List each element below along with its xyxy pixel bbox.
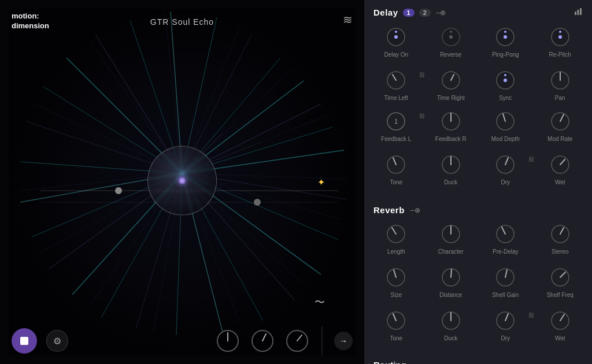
delay-badge-1[interactable]: 1 <box>403 9 415 17</box>
link-drywet-icon: ⛓ <box>528 156 534 162</box>
ping-pong-knob[interactable] <box>494 26 516 48</box>
sync-cell: Sync <box>478 66 533 105</box>
delay-badge-2[interactable]: 2 <box>419 9 431 17</box>
delay-on-knob[interactable] <box>385 26 407 48</box>
svg-point-61 <box>504 35 507 39</box>
delay-wet-cell: ⛓ Wet <box>533 150 588 189</box>
size-knob[interactable] <box>385 266 407 288</box>
time-left-knob[interactable] <box>385 69 407 91</box>
delay-tone-knob[interactable] <box>385 154 407 176</box>
pre-delay-cell: Pre-Delay <box>478 220 533 258</box>
feedback-l-cell: 1 Feedback L <box>369 107 424 146</box>
reverb-section-header: Reverb –⊕ <box>364 198 592 220</box>
reverse-cell: Reverse <box>424 23 479 61</box>
mini-knob-3[interactable] <box>284 328 310 354</box>
character-cell: Character <box>424 220 479 258</box>
svg-rect-52 <box>578 10 579 15</box>
bottom-controls: ⚙ → <box>0 318 364 364</box>
reverb-link-icon[interactable]: –⊕ <box>410 206 420 214</box>
routing-section: Routing A → B → C ▾ ← Reverb → Delay 1 →… <box>364 354 592 364</box>
time-right-cell: ⛓ Time Right <box>424 66 479 105</box>
shelf-gain-cell: Shell Gain <box>478 263 533 302</box>
left-panel: motion: dimension GTR Soul Echo ≋ ✦ 〜 ⚙ <box>0 0 364 364</box>
shelf-freq-knob[interactable] <box>549 266 571 288</box>
feedback-r-cell: ⛓ Feedback R <box>424 107 479 146</box>
settings-button[interactable]: ⚙ <box>46 330 68 352</box>
svg-point-69 <box>504 79 507 82</box>
svg-point-56 <box>395 31 397 33</box>
delay-link-icon[interactable]: –⊕ <box>436 9 446 17</box>
delay-dry-knob[interactable] <box>494 154 516 176</box>
routing-title: Routing <box>373 360 583 364</box>
svg-text:1: 1 <box>394 118 398 125</box>
mini-knob-2[interactable] <box>250 328 275 354</box>
delay-on-label: Delay On <box>384 51 408 58</box>
preset-name[interactable]: GTR Soul Echo <box>150 17 214 27</box>
delay-row3: 1 Feedback L ⛓ Feedback R Mod Depth M <box>364 107 592 150</box>
reverb-tone-knob[interactable] <box>385 310 407 332</box>
svg-point-70 <box>504 74 506 76</box>
mini-knob-1[interactable] <box>215 328 240 354</box>
mini-knobs: → <box>215 326 353 355</box>
svg-point-43 <box>115 187 122 194</box>
distance-cell: Distance <box>424 263 479 302</box>
reverb-duck-cell: Duck <box>424 306 479 345</box>
next-button[interactable]: → <box>334 332 353 350</box>
reverb-wet-knob[interactable] <box>549 310 571 332</box>
character-knob[interactable] <box>440 223 462 245</box>
svg-point-59 <box>450 31 452 33</box>
shelf-freq-cell: Shelf Freq <box>533 263 588 302</box>
delay-row1: Delay On Reverse Ping-Pong Re <box>364 23 592 66</box>
reverb-duck-knob[interactable] <box>440 310 462 332</box>
sync-knob[interactable] <box>494 69 516 91</box>
distance-knob[interactable] <box>440 266 462 288</box>
reverb-dry-cell: Dry <box>478 306 533 345</box>
app-logo: motion: dimension <box>12 12 49 31</box>
mod-depth-cell: Mod Depth <box>478 107 533 146</box>
delay-on-cell: Delay On <box>369 23 424 61</box>
svg-point-55 <box>394 35 398 39</box>
delay-duck-knob[interactable] <box>440 154 462 176</box>
delay-dry-cell: Dry <box>478 150 533 189</box>
brightness-icon[interactable]: ✦ <box>317 177 325 188</box>
re-pitch-knob[interactable] <box>549 26 571 48</box>
stop-button[interactable] <box>12 328 37 354</box>
feedback-l-knob[interactable]: 1 <box>385 110 407 132</box>
divider <box>321 326 323 355</box>
waves-icon[interactable]: ≋ <box>343 13 353 27</box>
stereo-knob[interactable] <box>549 223 571 245</box>
reverse-knob[interactable] <box>440 26 462 48</box>
delay-wet-knob[interactable] <box>549 154 571 176</box>
reverse-label: Reverse <box>440 51 461 58</box>
pan-knob[interactable] <box>549 69 571 91</box>
reverb-tone-cell: Tone <box>369 306 424 345</box>
svg-point-65 <box>559 31 561 33</box>
length-knob[interactable] <box>385 223 407 245</box>
link-reverb-drywet: ⛓ <box>528 312 534 318</box>
svg-point-64 <box>558 35 562 39</box>
mod-depth-knob[interactable] <box>494 110 516 132</box>
pan-cell: Pan <box>533 66 588 105</box>
feedback-r-knob[interactable] <box>440 110 462 132</box>
analytics-button[interactable] <box>574 7 583 18</box>
mod-rate-knob[interactable] <box>549 110 571 132</box>
orb-dot <box>179 177 186 184</box>
reverb-row3: Tone Duck Dry ⛓ Wet <box>364 306 592 350</box>
svg-rect-51 <box>575 12 576 15</box>
stop-icon <box>20 337 28 345</box>
right-panel: Delay 1 2 –⊕ Delay On <box>364 0 592 364</box>
reverb-dry-knob[interactable] <box>494 310 516 332</box>
squiggle-icon[interactable]: 〜 <box>314 295 325 309</box>
center-orb[interactable] <box>147 146 217 216</box>
shelf-gain-knob[interactable] <box>494 266 516 288</box>
length-cell: Length <box>369 220 424 258</box>
delay-duck-cell: Duck <box>424 150 479 189</box>
time-right-knob[interactable] <box>440 69 462 91</box>
reverb-wet-cell: ⛓ Wet <box>533 306 588 345</box>
link-time-icon: ⛓ <box>419 72 425 78</box>
pre-delay-knob[interactable] <box>494 223 516 245</box>
link-fb-icon: ⛓ <box>419 113 425 119</box>
svg-point-58 <box>449 35 453 39</box>
svg-rect-53 <box>580 8 582 15</box>
ping-pong-label: Ping-Pong <box>492 51 519 58</box>
